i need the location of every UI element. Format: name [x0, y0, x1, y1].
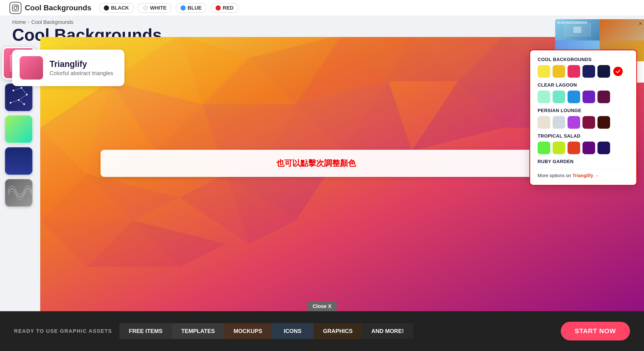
tab-graphics[interactable]: GRAPHICS	[314, 323, 362, 339]
pill-black[interactable]: BLACK	[99, 3, 134, 13]
cp-section-persian-lounge: PERSIAN LOUNGE	[538, 108, 629, 129]
thumb-gradient[interactable]	[5, 115, 33, 143]
breadcrumb-separator: ›	[28, 19, 30, 25]
cp-swatch-lagoon-4[interactable]	[598, 91, 610, 103]
featured-name: Trianglify	[50, 59, 113, 69]
cp-swatch-lagoon-2[interactable]	[568, 91, 580, 103]
tab-free-items[interactable]: FREE ITEMS	[120, 323, 172, 339]
cp-swatch-lagoon-3[interactable]	[582, 91, 595, 103]
ad-info-icon[interactable]: ⓘ	[634, 21, 637, 25]
featured-card: Trianglify Colorful abstract triangles	[12, 50, 124, 86]
svg-line-47	[19, 100, 24, 104]
annotation-text: 也可以點擊次調整顏色	[107, 158, 525, 169]
site-title: Cool Backgrounds	[25, 4, 91, 12]
tab-mockups[interactable]: MOCKUPS	[224, 323, 272, 339]
ad-close-button[interactable]: ✕	[638, 21, 642, 26]
thumb-constellation[interactable]	[5, 83, 33, 111]
cp-swatch-3[interactable]	[582, 65, 595, 78]
cp-section-ruby-garden: RUBY GARDEN	[538, 159, 629, 164]
thumb-waves[interactable]	[5, 147, 33, 175]
ad-image-2	[600, 19, 644, 41]
thumb-pattern[interactable]	[5, 179, 33, 207]
pill-blue[interactable]: BLUE	[176, 3, 207, 13]
start-now-button[interactable]: START NOW	[561, 322, 630, 340]
cp-swatch-lagoon-1[interactable]	[552, 91, 565, 103]
cp-swatches-persian	[538, 116, 629, 129]
cp-swatch-0[interactable]	[538, 65, 550, 78]
cp-swatch-persian-1[interactable]	[552, 116, 565, 129]
cp-swatch-tropical-2[interactable]	[568, 142, 580, 154]
envato-close-button[interactable]: Close X	[308, 301, 337, 311]
svg-rect-0	[12, 5, 18, 11]
tab-and-more[interactable]: AND MORE!	[362, 323, 413, 339]
envato-area: Close X	[308, 301, 337, 311]
pill-white[interactable]: WHITE	[138, 3, 172, 13]
bottom-tabs: FREE ITEMS TEMPLATES MOCKUPS ICONS GRAPH…	[120, 323, 413, 339]
cp-section-title-cool: COOL BACKGROUNDS	[538, 57, 629, 62]
cp-swatch-tropical-3[interactable]	[582, 142, 595, 154]
tab-icons[interactable]: ICONS	[272, 323, 314, 339]
cp-swatch-persian-3[interactable]	[582, 116, 595, 129]
cp-swatch-tropical-0[interactable]	[538, 142, 550, 154]
svg-point-2	[16, 6, 18, 7]
cp-selected-check	[613, 67, 623, 76]
svg-point-1	[14, 6, 17, 10]
svg-line-44	[22, 88, 27, 95]
bottom-label: READY TO USE GRAPHIC ASSETS	[14, 328, 112, 334]
cp-swatch-lagoon-0[interactable]	[538, 91, 550, 103]
logo-icon	[9, 2, 22, 14]
cp-section-tropical-salad: TROPICAL SALAD	[538, 133, 629, 154]
cp-section-cool-backgrounds: COOL BACKGROUNDS	[538, 57, 629, 78]
cp-more-link[interactable]: Trianglify →	[572, 173, 599, 178]
cp-swatches-tropical	[538, 142, 629, 154]
cp-swatch-persian-4[interactable]	[598, 116, 610, 129]
cp-swatch-persian-2[interactable]	[568, 116, 580, 129]
breadcrumb-home[interactable]: Home	[12, 19, 26, 25]
cp-swatch-persian-0[interactable]	[538, 116, 550, 129]
svg-line-46	[10, 100, 19, 103]
cp-swatches-cool	[538, 65, 629, 78]
bottom-bar: READY TO USE GRAPHIC ASSETS FREE ITEMS T…	[0, 311, 644, 351]
pill-red[interactable]: RED	[210, 3, 238, 13]
cp-section-title-lagoon: CLEAR LAGOON	[538, 82, 629, 88]
tab-templates[interactable]: TEMPLATES	[172, 323, 224, 339]
cp-section-clear-lagoon: CLEAR LAGOON	[538, 82, 629, 103]
cp-swatch-tropical-1[interactable]	[552, 142, 565, 154]
cp-swatch-1[interactable]	[552, 65, 565, 78]
cp-more-options: More options on Trianglify →	[538, 169, 629, 178]
cp-swatch-tropical-4[interactable]	[598, 142, 610, 154]
cp-swatch-4[interactable]	[598, 65, 610, 78]
cp-section-title-tropical: TROPICAL SALAD	[538, 133, 629, 139]
cp-swatches-lagoon	[538, 91, 629, 103]
svg-line-45	[19, 95, 27, 100]
breadcrumb-current: Cool Backgrounds	[31, 19, 74, 25]
color-picker-popup: COOL BACKGROUNDS CLEAR LAGOON PERSIAN LO…	[530, 50, 637, 186]
breadcrumb: Home › Cool Backgrounds	[12, 19, 74, 25]
ad-image-1: ALAN PHOTOGRAPHY	[555, 19, 600, 41]
cp-section-title-ruby: RUBY GARDEN	[538, 159, 629, 164]
svg-line-43	[13, 88, 22, 91]
cp-section-title-persian: PERSIAN LOUNGE	[538, 108, 629, 113]
featured-info: Trianglify Colorful abstract triangles	[50, 59, 113, 77]
header: Cool Backgrounds BLACK WHITE BLUE RED	[0, 0, 644, 16]
cp-swatch-2[interactable]	[568, 65, 580, 78]
logo-area: Cool Backgrounds	[9, 2, 91, 14]
featured-icon	[20, 56, 43, 80]
color-filter-pills: BLACK WHITE BLUE RED	[99, 3, 238, 13]
featured-description: Colorful abstract triangles	[50, 70, 113, 77]
